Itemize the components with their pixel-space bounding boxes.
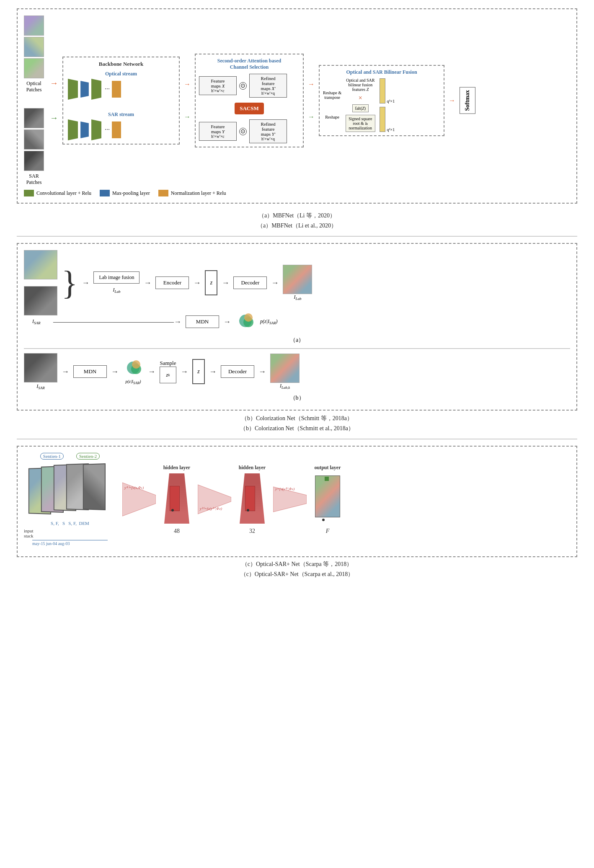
multiply-cross: ×	[359, 94, 362, 102]
figure-c: Sentien-1 Sentien-2 S, F, S S, F, DEM in…	[17, 446, 577, 557]
fusion-block: Optical and SAR Bilinear Fusion Reshape …	[319, 65, 444, 136]
arrow-sar-to-attn: →	[184, 113, 191, 121]
conv-layer-1	[67, 79, 79, 100]
norm-layer-2	[112, 121, 121, 138]
lab-fusion-box: Lab image fusion	[93, 271, 139, 284]
optical-patch-3	[24, 58, 44, 78]
dot-multiply-y: ⊙	[239, 128, 247, 135]
subfig-a-label: （a）	[24, 336, 570, 344]
prob-label-a: p(z|ISAR)	[260, 318, 277, 325]
caption-a-en: （a）MBFNet（Li et al., 2020）	[17, 222, 577, 230]
band-labels: S, F, S S, F, DEM	[51, 521, 89, 526]
caption-c-en: （c）Optical-SAR+ Net（Scarpa et al., 2018）	[17, 571, 577, 578]
signed-sqrt-box: Signed squareroot & l₂normalization	[346, 115, 375, 132]
hidden-rect-2	[245, 486, 255, 511]
mdn-box: MDN	[186, 315, 219, 328]
optical-patch-2	[24, 37, 44, 57]
output-ilab-label: ILab	[294, 294, 301, 301]
falt-z-box: falt(Z)	[352, 104, 369, 112]
output-green-dot	[325, 477, 329, 481]
input-optical-img	[24, 250, 57, 279]
arrow-y-to-fusion: →	[308, 113, 315, 121]
refined-y: Refinedfeaturemaps Y'h'×w'×q	[249, 119, 287, 143]
legend-color-norm	[158, 190, 168, 196]
legend-color-pool	[100, 190, 110, 196]
legend-pool: Max-pooling layer	[100, 190, 150, 196]
arrow-inputs: →	[82, 279, 89, 287]
decoder-box: Decoder	[233, 276, 267, 289]
arrow-z-to-dec-b: →	[209, 367, 217, 376]
input-stack-label: inputstack	[24, 528, 34, 538]
dots-optical: ···	[105, 85, 110, 93]
infer-decoder-box: Decoder	[221, 365, 254, 378]
svg-text:y⁽¹⁾=f₁(x,Φ₁): y⁽¹⁾=f₁(x,Φ₁)	[124, 486, 144, 490]
sentien-2-tag: Sentien-2	[76, 453, 100, 460]
sar-patch-3	[24, 151, 44, 171]
arrow-opt-to-attn: →	[184, 80, 191, 88]
figure-b: } → Lab image fusion ILab → Encoder → z …	[17, 243, 577, 411]
z-latent-infer: z	[192, 359, 205, 384]
backbone-title: Backbone Network	[67, 61, 176, 67]
softmax-box: Softmax	[460, 87, 475, 114]
arrow-lab-to-enc: →	[144, 279, 151, 287]
z-latent-box: z	[205, 270, 217, 295]
sar-patch-1	[24, 108, 44, 128]
infer-mdn-box: MDN	[73, 365, 107, 378]
pool-layer-2	[80, 121, 89, 138]
zk-box: zk	[160, 367, 176, 383]
stack-layer-dem	[83, 464, 106, 511]
arrow-mdn-to-blob: →	[223, 318, 231, 326]
conv-layer-4	[90, 119, 103, 140]
caption-b-cn: （b）Colorization Net（Schmitt 等，2018a）	[17, 415, 577, 422]
fan-arrow-1: y⁽¹⁾=f₁(x,Φ₁)	[122, 474, 156, 524]
pool-layer-1	[80, 81, 89, 98]
feature-maps-y: Featuremaps Yh'×w'×c	[199, 122, 237, 141]
hidden-rect-1	[170, 486, 180, 511]
dots-sar: ···	[105, 126, 110, 134]
prob-label-b: p(z|ISAR)	[125, 379, 141, 385]
sar-patches-label: SARPatches	[26, 173, 42, 186]
attention-block: Second-order Attention basedChannel Sele…	[195, 54, 304, 147]
fan-arrow-3: y=f₃(y⁽²⁾,Φ₃)	[273, 474, 307, 524]
arrow-blob-to-sample: →	[148, 367, 155, 376]
svg-text:y=f₃(y⁽²⁾,Φ₃): y=f₃(y⁽²⁾,Φ₃)	[275, 487, 294, 491]
svg-text:y⁽²⁾=f₂(y⁽¹⁾,Φ₂): y⁽²⁾=f₂(y⁽¹⁾,Φ₂)	[199, 506, 222, 511]
input-stack-layers	[28, 464, 112, 518]
optical-patch-1	[24, 16, 44, 36]
arrow-dec-to-out: →	[271, 279, 279, 287]
vector-bar-top	[380, 78, 385, 103]
vector-bar-bottom	[380, 107, 385, 132]
optical-patches-label: OpticalPatches	[26, 80, 42, 93]
backbone-block: Backbone Network Optical stream ···	[62, 57, 180, 145]
output-image	[315, 475, 340, 517]
sentien-1-tag: Sentien-1	[40, 453, 64, 460]
arrow-infer-sar-mdn: →	[62, 367, 69, 376]
attention-title: Second-order Attention basedChannel Sele…	[199, 58, 300, 70]
legend-conv: Convolutional layer + Relu	[24, 190, 91, 196]
page-container: OpticalPatches SARPatches → → Backbone N…	[0, 0, 594, 589]
arrow-to-softmax: →	[449, 97, 455, 104]
legend-row: Convolutional layer + Relu Max-pooling l…	[24, 190, 570, 196]
hidden-dot-1	[171, 509, 174, 512]
conv-layer-2	[90, 79, 103, 100]
output-ilab-img	[283, 265, 312, 294]
input-images-col	[24, 250, 57, 315]
ilab-label-out: ILab	[113, 287, 120, 294]
output-layer: output layer F	[313, 465, 342, 535]
dot-multiply-x: ⊙	[239, 82, 247, 90]
reshape-transpose-label: Reshape &transpose	[323, 90, 341, 100]
arrow-isar-to-mdn: ————————————————→	[53, 318, 181, 326]
date-labels: may-15 jun-04 aug-03	[32, 540, 108, 546]
conv-layer-3	[67, 119, 79, 140]
figure-a: OpticalPatches SARPatches → → Backbone N…	[17, 8, 577, 204]
hidden-dot-2	[247, 509, 249, 512]
subfig-b-label: （b）	[24, 394, 570, 402]
feature-maps-x: Featuremaps Xh'×w'×c	[199, 76, 237, 95]
legend-color-conv	[24, 190, 34, 196]
infer-output-img	[270, 354, 300, 383]
norm-layer-1	[112, 81, 121, 98]
sar-patch-2	[24, 129, 44, 150]
blob-yellow	[244, 313, 253, 322]
arrow-z-to-dec: →	[222, 279, 229, 287]
arrow-x-to-fusion: →	[308, 80, 315, 88]
